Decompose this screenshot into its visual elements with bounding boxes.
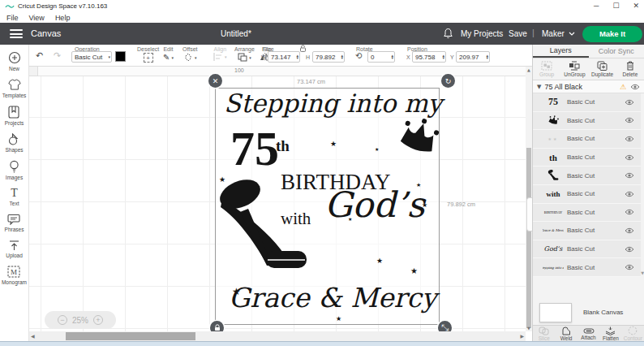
chevron-down-icon[interactable]: ▼ — [537, 84, 541, 90]
menu-help[interactable]: Help — [55, 14, 71, 22]
layer-operation[interactable]: Basic Cut — [567, 98, 625, 106]
layer-operation[interactable]: Basic Cut — [567, 135, 625, 142]
save-link[interactable]: Save — [509, 29, 527, 38]
width-stepper[interactable]: ▴▾ — [296, 54, 298, 60]
eye-icon[interactable] — [625, 172, 634, 179]
layer-row-stars[interactable]: ★★ Basic Cut — [533, 130, 641, 149]
design-artwork[interactable]: Stepping into my 75 th BIRTHDAY with God… — [216, 89, 439, 324]
rotate-stepper[interactable]: ▴▾ — [391, 54, 393, 60]
redo-icon[interactable]: ↷ — [54, 50, 61, 61]
lock-aspect-icon[interactable] — [299, 45, 307, 52]
slice-button[interactable]: Slice — [533, 326, 555, 341]
sidebar-item-images[interactable]: Images — [6, 160, 23, 180]
delete-handle[interactable]: ✕ — [208, 74, 222, 88]
lock-handle[interactable] — [210, 321, 224, 331]
canvas-label[interactable]: Canvas — [31, 28, 61, 38]
layer-row-stepping[interactable]: Stepping into my Basic Cut — [533, 258, 641, 277]
layer-operation[interactable]: Basic Cut — [567, 190, 625, 197]
warning-icon[interactable]: ⚠ — [620, 83, 626, 91]
eye-icon[interactable] — [625, 246, 634, 253]
eye-icon[interactable] — [625, 154, 634, 161]
layer-operation[interactable]: Basic Cut — [567, 227, 625, 234]
sidebar-item-templates[interactable]: Templates — [2, 79, 27, 98]
scroll-right-icon[interactable]: ▶ — [520, 333, 524, 339]
hamburger-menu-icon[interactable] — [10, 29, 23, 38]
x-position-input[interactable]: 95.758 ▴▾ — [412, 51, 446, 63]
zoom-in-button[interactable]: + — [93, 315, 103, 325]
layer-row-crown[interactable]: Basic Cut — [533, 112, 641, 131]
menu-file[interactable]: File — [6, 14, 19, 22]
design-canvas[interactable]: 100 73.147 cm 79.892 cm Stepping into my… — [29, 67, 526, 331]
duplicate-button[interactable]: Duplicate — [589, 58, 616, 80]
operation-dropdown[interactable]: Basic Cut ▾ — [71, 51, 112, 63]
color-swatch[interactable] — [115, 51, 126, 62]
layer-operation[interactable]: Basic Cut — [567, 172, 625, 179]
scroll-down-icon[interactable]: ▼ — [526, 326, 532, 331]
layer-operation[interactable]: Basic Cut — [567, 209, 625, 216]
eye-icon[interactable] — [625, 264, 634, 270]
rotate-input[interactable]: 0 ▴▾ — [367, 51, 395, 63]
rotate-icon[interactable]: ⟲ — [355, 51, 362, 60]
eye-icon[interactable] — [625, 99, 634, 106]
eye-icon[interactable] — [625, 117, 634, 123]
y-position-input[interactable]: 209.97 ▴▾ — [456, 51, 490, 63]
width-input[interactable]: 73.147 ▴▾ — [268, 51, 300, 63]
scroll-left-icon[interactable]: ◀ — [31, 333, 35, 339]
sidebar-item-text[interactable]: T Text — [10, 188, 19, 206]
layer-group-header[interactable]: ▼ 75 All Black ⚠ — [533, 80, 644, 93]
y-stepper[interactable]: ▴▾ — [486, 54, 488, 60]
selection-bounding-box[interactable]: Stepping into my 75 th BIRTHDAY with God… — [215, 88, 440, 325]
arrange-button[interactable]: Arrange ▾ — [234, 46, 255, 62]
layer-row-grace-mercy[interactable]: Grace & Mercy Basic Cut — [533, 222, 641, 240]
height-input[interactable]: 79.892 ▴▾ — [312, 51, 345, 63]
minimize-button[interactable]: ─ — [594, 2, 599, 10]
menu-view[interactable]: View — [29, 14, 45, 22]
layer-row-with[interactable]: with Basic Cut — [533, 185, 641, 204]
tab-color-sync[interactable]: Color Sync — [589, 45, 644, 58]
layer-operation[interactable]: Basic Cut — [567, 154, 625, 161]
sidebar-item-projects[interactable]: Projects — [5, 106, 24, 126]
delete-button[interactable]: Delete — [616, 58, 644, 80]
flatten-button[interactable]: Flatten — [599, 326, 621, 341]
resize-handle[interactable]: ⤡ — [438, 321, 452, 331]
x-stepper[interactable]: ▴▾ — [442, 54, 444, 60]
contour-button[interactable]: Contour — [622, 326, 644, 341]
deselect-button[interactable]: Deselect + — [137, 46, 159, 63]
height-stepper[interactable]: ▴▾ — [341, 54, 343, 60]
eye-icon[interactable] — [630, 84, 640, 90]
weld-button[interactable]: Weld — [555, 326, 577, 341]
close-button[interactable]: ✕ — [633, 2, 639, 10]
sidebar-item-monogram[interactable]: M Monogram — [2, 266, 27, 285]
layer-operation[interactable]: Basic Cut — [567, 117, 625, 124]
horizontal-scrollbar[interactable]: ◀ ▶ — [29, 331, 526, 341]
edit-button[interactable]: Edit ✎▾ — [163, 46, 174, 62]
maximize-button[interactable]: ☐ — [612, 2, 619, 10]
layer-row-th[interactable]: th Basic Cut — [533, 149, 641, 167]
layer-row-heel[interactable]: Basic Cut — [533, 167, 641, 185]
align-button[interactable]: Align ▾ — [213, 46, 227, 61]
attach-button[interactable]: Attach — [577, 326, 599, 341]
layer-row-birthday[interactable]: BIRTHDAY Basic Cut — [533, 204, 641, 223]
layer-row-75[interactable]: 75 Basic Cut — [533, 93, 641, 112]
eye-icon[interactable] — [625, 136, 634, 142]
layer-operation[interactable]: Basic Cut — [567, 245, 625, 253]
blank-canvas-row[interactable]: Blank Canvas — [533, 300, 644, 325]
tab-layers[interactable]: Layers — [533, 45, 589, 58]
eye-icon[interactable] — [625, 227, 634, 234]
my-projects-link[interactable]: My Projects — [461, 29, 503, 38]
offset-button[interactable]: Offset ▾ — [182, 46, 198, 62]
horizontal-scroll-thumb[interactable] — [66, 332, 195, 340]
layer-row-gods[interactable]: God’s Basic Cut — [533, 240, 641, 259]
machine-selector[interactable]: Maker — [542, 29, 575, 38]
group-button[interactable]: Group — [533, 58, 560, 80]
sidebar-item-upload[interactable]: Upload — [6, 240, 23, 258]
sidebar-item-shapes[interactable]: Shapes — [5, 133, 23, 153]
sidebar-item-phrases[interactable]: Phrases — [5, 214, 24, 232]
layer-operation[interactable]: Basic Cut — [567, 264, 625, 271]
document-title[interactable]: Untitled* — [221, 29, 251, 38]
scroll-up-icon[interactable]: ▲ — [526, 67, 532, 72]
ungroup-button[interactable]: UnGroup — [560, 58, 588, 80]
zoom-out-button[interactable]: − — [58, 315, 67, 325]
eye-icon[interactable] — [625, 209, 634, 215]
rotate-handle[interactable]: ↻ — [441, 74, 455, 88]
